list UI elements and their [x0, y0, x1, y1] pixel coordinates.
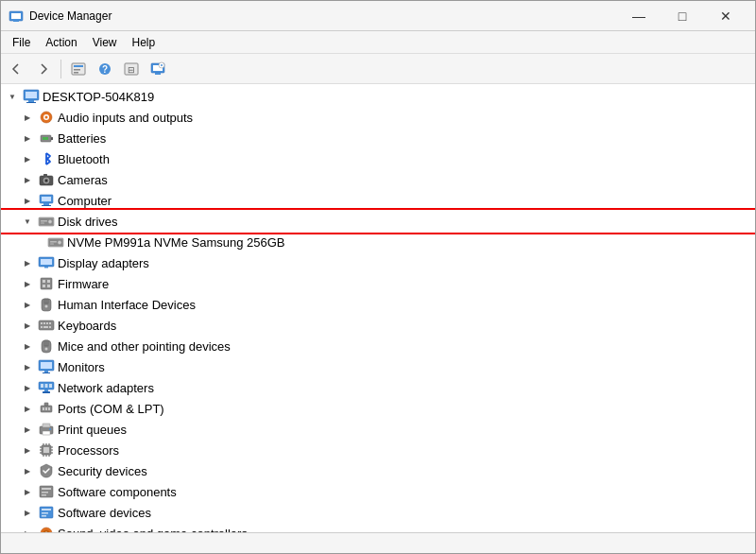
svg-point-85: [49, 428, 51, 430]
ports-label: Ports (COM & LPT): [58, 402, 164, 416]
tree-item-ports[interactable]: ▶ Ports (COM & LPT): [1, 398, 755, 419]
window-title: Device Manager: [29, 9, 617, 23]
nvme-label: NVMe PM991a NVMe Samsung 256GB: [67, 235, 285, 250]
tree-item-sound[interactable]: ▶ Sound, video and game controllers: [1, 523, 755, 532]
svg-rect-107: [42, 515, 46, 517]
update-button[interactable]: ⊟: [119, 57, 144, 81]
audio-label: Audio inputs and outputs: [58, 111, 193, 125]
svg-rect-5: [74, 69, 80, 71]
tree-item-firmware[interactable]: ▶ Firmware: [1, 273, 755, 294]
svg-rect-69: [44, 371, 48, 372]
root-expand-icon: ▼: [5, 89, 20, 104]
audio-expand-icon: ▶: [20, 110, 35, 125]
svg-rect-46: [41, 278, 52, 289]
tree-item-monitors[interactable]: ▶ Monitors: [1, 356, 755, 377]
svg-rect-106: [42, 512, 48, 514]
tree-item-mice[interactable]: ▶ Mice and other pointing devices: [1, 336, 755, 356]
monitors-label: Monitors: [58, 360, 105, 374]
computer-icon: [23, 88, 40, 105]
minimize-button[interactable]: —: [617, 1, 661, 31]
svg-rect-48: [47, 280, 50, 283]
svg-rect-6: [74, 72, 78, 74]
tree-item-nvme[interactable]: NVMe PM991a NVMe Samsung 256GB: [1, 232, 755, 252]
menu-view[interactable]: View: [85, 34, 125, 51]
svg-rect-78: [43, 407, 44, 410]
menu-help[interactable]: Help: [125, 34, 163, 51]
forward-button[interactable]: [31, 57, 56, 81]
menu-file[interactable]: File: [5, 34, 38, 51]
tree-item-audio[interactable]: ▶ Audio inputs and outputs: [1, 107, 755, 128]
toolbar-separator-1: [60, 60, 61, 78]
tree-item-network[interactable]: ▶ Network adapters: [1, 377, 755, 398]
svg-rect-44: [41, 259, 52, 265]
back-button[interactable]: [5, 57, 29, 81]
maximize-button[interactable]: □: [661, 1, 704, 31]
tree-view[interactable]: ▼ DESKTOP-504K819 ▶ Audio: [1, 84, 755, 532]
device-manager-window: Device Manager — □ ✕ File Action View He…: [0, 0, 756, 554]
camera-icon: [38, 171, 55, 188]
svg-rect-2: [13, 20, 19, 22]
svg-rect-83: [43, 424, 50, 427]
keyboards-expand-icon: ▶: [20, 318, 35, 333]
print-label: Print queues: [58, 423, 127, 437]
svg-point-35: [48, 220, 52, 224]
tree-item-hid[interactable]: ▶ Human Interface Devices: [1, 294, 755, 315]
menu-action[interactable]: Action: [38, 34, 84, 51]
mouse-icon: [38, 338, 55, 355]
tree-item-processors[interactable]: ▶ Proces: [1, 440, 755, 460]
svg-rect-28: [43, 174, 47, 177]
tree-item-batteries[interactable]: ▶ Batteries: [1, 128, 755, 148]
svg-rect-81: [44, 403, 48, 406]
svg-rect-56: [41, 322, 43, 324]
help-button[interactable]: ?: [93, 57, 117, 81]
svg-rect-31: [43, 203, 49, 205]
tree-item-cameras[interactable]: ▶ Cameras: [1, 169, 755, 190]
softwaredev-label: Software devices: [58, 506, 151, 520]
tree-item-softwaredev[interactable]: ▶ Software devices: [1, 502, 755, 523]
svg-point-54: [45, 305, 48, 308]
svg-rect-50: [47, 285, 50, 287]
svg-rect-45: [44, 267, 48, 268]
tree-item-security[interactable]: ▶ Security devices: [1, 460, 755, 481]
audio-icon: [38, 109, 55, 126]
softwarecomp-label: Software components: [58, 485, 177, 499]
display-expand-icon: ▶: [20, 255, 35, 270]
svg-rect-23: [51, 137, 53, 140]
softwaredev-icon: [38, 504, 55, 521]
svg-rect-55: [39, 320, 54, 330]
diskdrives-label: Disk drives: [58, 215, 118, 229]
print-expand-icon: ▶: [20, 422, 35, 437]
tree-item-diskdrives[interactable]: ▼ Disk drives: [1, 211, 755, 232]
tree-item-softwarecomp[interactable]: ▶ Software components: [1, 481, 755, 502]
app-icon: [9, 9, 24, 24]
svg-rect-80: [48, 407, 50, 410]
status-bar: [1, 532, 755, 553]
svg-rect-102: [42, 492, 48, 493]
security-label: Security devices: [58, 464, 147, 478]
network-label: Network adapters: [58, 381, 154, 395]
nvme-icon: [47, 234, 64, 251]
svg-rect-62: [49, 326, 51, 328]
ports-icon: [38, 400, 55, 417]
keyboard-icon: [38, 317, 55, 334]
tree-item-bluetooth[interactable]: ▶ Bluetooth: [1, 148, 755, 169]
svg-rect-68: [41, 362, 52, 369]
tree-item-print[interactable]: ▶ Print queues: [1, 419, 755, 440]
properties-button[interactable]: [66, 57, 91, 81]
network-icon: [38, 379, 55, 396]
scan-button[interactable]: [146, 57, 170, 81]
tree-item-computer[interactable]: ▶ Computer: [1, 190, 755, 211]
batteries-label: Batteries: [58, 131, 106, 146]
svg-rect-57: [43, 322, 45, 324]
close-button[interactable]: ✕: [704, 1, 747, 31]
ports-expand-icon: ▶: [20, 401, 35, 416]
tree-item-keyboards[interactable]: ▶ Keyboards: [1, 315, 755, 336]
svg-rect-74: [49, 384, 52, 388]
hid-expand-icon: ▶: [20, 297, 35, 312]
firmware-label: Firmware: [58, 277, 109, 291]
svg-rect-37: [41, 223, 44, 224]
tree-root[interactable]: ▼ DESKTOP-504K819: [1, 86, 755, 107]
svg-text:⊟: ⊟: [128, 65, 135, 75]
root-label: DESKTOP-504K819: [43, 90, 154, 104]
tree-item-display[interactable]: ▶ Display adapters: [1, 252, 755, 273]
